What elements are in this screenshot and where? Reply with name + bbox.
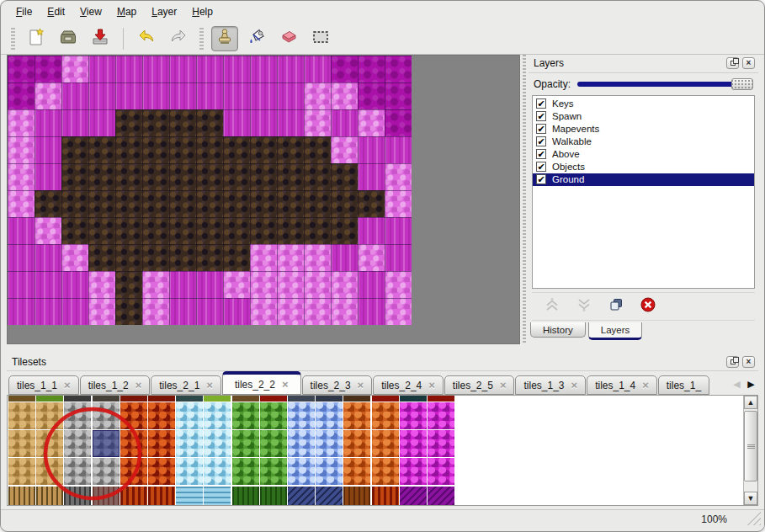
tileset-tile[interactable] (36, 402, 63, 429)
map-tile[interactable] (169, 56, 196, 82)
map-tile[interactable] (115, 217, 142, 244)
tileset-tile[interactable] (316, 430, 343, 457)
tileset-tile[interactable] (428, 430, 454, 457)
tileset-tile[interactable] (316, 458, 343, 485)
tab-close-icon[interactable]: × (282, 379, 289, 390)
eraser-tool-button[interactable] (275, 26, 302, 51)
tileset-tile[interactable] (120, 396, 147, 402)
tileset-vertical-scrollbar[interactable]: ▲ ▼ (743, 396, 757, 505)
tileset-tile[interactable] (120, 430, 147, 457)
rect-select-tool-button[interactable] (307, 26, 334, 51)
map-tile[interactable] (250, 271, 277, 298)
map-tile[interactable] (88, 217, 115, 244)
map-tile[interactable] (358, 271, 385, 298)
opacity-slider[interactable] (577, 77, 753, 91)
map-tile[interactable] (61, 136, 88, 163)
map-tile[interactable] (8, 56, 35, 82)
tileset-tile[interactable] (93, 458, 120, 485)
layer-visibility-checkbox[interactable]: ✔ (536, 162, 546, 172)
layer-row-keys[interactable]: ✔Keys (533, 98, 754, 110)
tab-close-icon[interactable]: × (642, 380, 649, 391)
map-tile[interactable] (61, 82, 88, 109)
undo-button[interactable] (133, 26, 160, 51)
map-tile[interactable] (8, 136, 35, 163)
float-panel-button[interactable] (726, 57, 739, 69)
map-tile[interactable] (169, 82, 196, 109)
tileset-tile[interactable] (204, 396, 231, 402)
map-tile[interactable] (304, 217, 331, 244)
tileset-tile[interactable] (64, 430, 91, 457)
map-tile[interactable] (331, 190, 358, 217)
map-tile[interactable] (35, 136, 61, 163)
tileset-tile-grid[interactable] (8, 396, 743, 505)
map-tile[interactable] (169, 109, 196, 136)
map-tile[interactable] (277, 298, 304, 325)
map-tile[interactable] (35, 244, 61, 271)
map-tile[interactable] (35, 82, 61, 109)
map-tile[interactable] (358, 244, 385, 271)
close-panel-button[interactable]: × (742, 57, 755, 69)
tileset-tile[interactable] (343, 458, 370, 485)
map-tile[interactable] (331, 163, 358, 190)
tileset-tile[interactable] (428, 402, 454, 429)
dock-tab-history[interactable]: History (530, 322, 586, 338)
map-tile[interactable] (277, 217, 304, 244)
map-tile[interactable] (88, 298, 115, 325)
redo-button[interactable] (165, 26, 192, 51)
scrollbar-thumb[interactable] (744, 411, 757, 481)
tileset-tab-tiles_2_5[interactable]: tiles_2_5× (444, 375, 515, 395)
map-tile[interactable] (358, 190, 385, 217)
map-tile[interactable] (8, 217, 35, 244)
map-tile[interactable] (358, 163, 385, 190)
map-tile[interactable] (61, 163, 88, 190)
map-tile[interactable] (169, 136, 196, 163)
layer-row-walkable[interactable]: ✔Walkable (533, 136, 754, 148)
float-tilesets-button[interactable] (726, 356, 739, 368)
tab-close-icon[interactable]: × (428, 380, 435, 391)
tab-close-icon[interactable]: × (135, 380, 142, 391)
tileset-tile[interactable] (232, 430, 259, 457)
map-tile[interactable] (304, 271, 331, 298)
map-tile[interactable] (223, 217, 250, 244)
tileset-tile[interactable] (316, 396, 343, 402)
map-tile[interactable] (331, 244, 358, 271)
map-tile[interactable] (331, 109, 358, 136)
map-tile[interactable] (331, 56, 358, 82)
tileset-tile[interactable] (204, 487, 231, 506)
layer-row-spawn[interactable]: ✔Spawn (533, 110, 754, 123)
tileset-tile[interactable] (8, 458, 35, 485)
map-tile[interactable] (358, 109, 385, 136)
map-tile[interactable] (331, 271, 358, 298)
tileset-tile[interactable] (36, 396, 63, 402)
tileset-tab-tiles_1_4[interactable]: tiles_1_4× (587, 375, 657, 395)
map-tile[interactable] (385, 56, 412, 82)
tileset-tile[interactable] (36, 430, 63, 457)
tileset-tile[interactable] (316, 487, 343, 506)
map-tile[interactable] (196, 163, 223, 190)
map-tile[interactable] (385, 298, 412, 325)
map-tile[interactable] (142, 109, 169, 136)
map-tile[interactable] (8, 298, 35, 325)
map-tile[interactable] (250, 298, 277, 325)
tileset-tab-tiles_1[interactable]: tiles_1_ (658, 375, 709, 395)
map-tile[interactable] (385, 109, 412, 136)
tileset-tile[interactable] (93, 402, 120, 429)
map-tile[interactable] (169, 244, 196, 271)
map-tile[interactable] (223, 244, 250, 271)
fill-tool-button[interactable] (243, 26, 270, 51)
tileset-tile[interactable] (428, 458, 454, 485)
lower-layer-button[interactable] (574, 296, 594, 317)
map-tile[interactable] (250, 244, 277, 271)
scroll-down-button[interactable]: ▼ (744, 492, 757, 505)
tab-scroll-right-button[interactable]: ▶ (744, 375, 758, 393)
tileset-tile[interactable] (260, 487, 287, 506)
tileset-tile[interactable] (176, 430, 203, 457)
map-tile[interactable] (331, 217, 358, 244)
map-tile[interactable] (331, 136, 358, 163)
tileset-tile[interactable] (372, 396, 399, 402)
tileset-tile[interactable] (260, 430, 287, 457)
panel-splitter[interactable] (521, 55, 528, 344)
map-tile[interactable] (142, 244, 169, 271)
close-tilesets-button[interactable]: × (742, 356, 755, 368)
layer-visibility-checkbox[interactable]: ✔ (536, 111, 546, 121)
